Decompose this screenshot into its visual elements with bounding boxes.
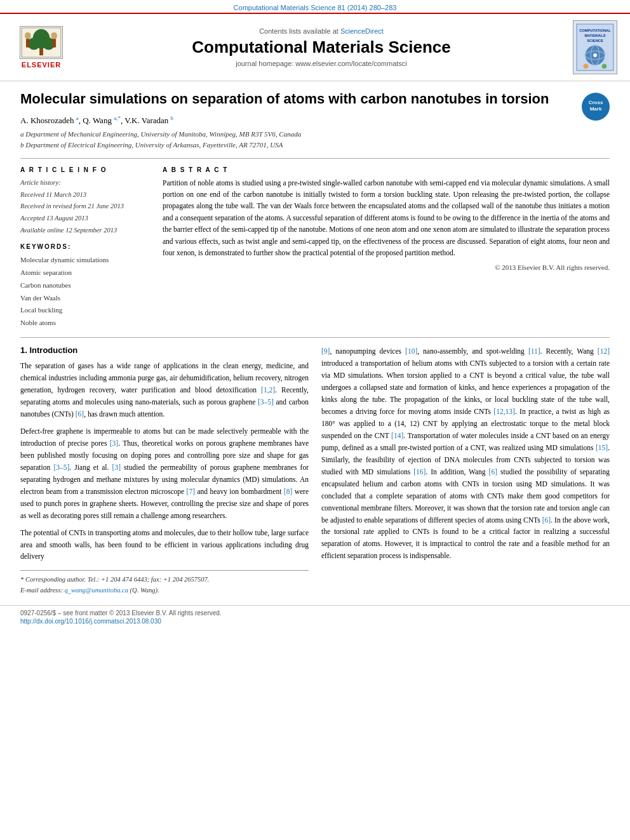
journal-homepage: journal homepage: www.elsevier.com/locat…: [80, 60, 563, 67]
email-link[interactable]: q_wang@umanitoba.ca: [65, 587, 128, 594]
journal-reference: Computational Materials Science 81 (2014…: [234, 4, 397, 11]
ref-6[interactable]: [6]: [76, 410, 84, 418]
abstract-header: A B S T R A C T: [163, 166, 610, 173]
bottom-bar: 0927-0256/$ – see front matter © 2013 El…: [0, 605, 630, 629]
svg-text:Cross: Cross: [589, 100, 603, 105]
ref-16[interactable]: [16]: [413, 468, 426, 476]
received-revised-date: Received in revised form 21 June 2013: [20, 201, 147, 213]
ref-3-5b[interactable]: [3–5]: [53, 463, 69, 471]
article-info-column: A R T I C L E I N F O Article history: R…: [20, 166, 147, 330]
elsevier-tree-image: [20, 26, 63, 59]
svg-rect-2: [39, 48, 43, 56]
issn-line: 0927-0256/$ – see front matter © 2013 El…: [20, 610, 610, 617]
svg-rect-9: [52, 39, 56, 47]
svg-text:SCIENCE: SCIENCE: [587, 39, 603, 43]
divider-2: [20, 337, 610, 338]
ref-1-2[interactable]: [1,2]: [261, 386, 275, 394]
intro-section-title: 1. Introduction: [20, 345, 309, 355]
right-column: [9], nanopumping devices [10], nano-asse…: [321, 345, 610, 596]
svg-point-20: [602, 63, 607, 69]
article-info-header: A R T I C L E I N F O: [20, 166, 147, 173]
affiliation-b: b Department of Electrical Engineering, …: [20, 140, 610, 150]
footnote-email: E-mail address: q_wang@umanitoba.ca (Q. …: [20, 585, 309, 596]
keyword-1: Molecular dynamic simulations: [20, 254, 147, 267]
footnote-corresponding: * Corresponding author. Tel.: +1 204 474…: [20, 575, 309, 585]
intro-title: Introduction: [29, 345, 77, 355]
science-direct-link: Contents lists available at ScienceDirec…: [80, 27, 563, 35]
journal-title: Computational Materials Science: [80, 37, 563, 57]
intro-para-2: Defect-free graphene is impermeable to a…: [20, 425, 309, 522]
svg-point-18: [593, 53, 597, 57]
ref-7[interactable]: [7]: [187, 488, 195, 495]
intro-para-1: The separation of gases has a wide range…: [20, 360, 309, 420]
ref-6b[interactable]: [6]: [489, 468, 497, 476]
keyword-6: Noble atoms: [20, 317, 147, 330]
crossmark-badge: Cross Mark: [582, 93, 610, 121]
svg-text:MATERIALS: MATERIALS: [584, 34, 605, 37]
article-title: Molecular simulations on separation of a…: [20, 90, 610, 109]
history-label: Article history:: [20, 177, 147, 189]
intro-body-text: The separation of gases has a wide range…: [20, 360, 309, 563]
keyword-4: Van der Waals: [20, 292, 147, 305]
keyword-2: Atomic separation: [20, 267, 147, 279]
keywords-section: Keywords: Molecular dynamic simulations …: [20, 243, 147, 330]
intro-para-3: The potential of CNTs in transporting at…: [20, 527, 309, 563]
divider-1: [20, 158, 610, 159]
article-info-abstract: A R T I C L E I N F O Article history: R…: [20, 166, 610, 330]
article-body: Cross Mark Molecular simulations on sepa…: [0, 81, 630, 605]
footnote-area: * Corresponding author. Tel.: +1 204 474…: [20, 570, 309, 596]
abstract-column: A B S T R A C T Partition of noble atoms…: [163, 166, 610, 330]
ref-3b[interactable]: [3]: [112, 463, 121, 471]
affiliation-a: a Department of Mechanical Engineering, …: [20, 130, 610, 139]
svg-point-8: [51, 32, 57, 40]
keywords-list: Molecular dynamic simulations Atomic sep…: [20, 254, 147, 330]
ref-14[interactable]: [14]: [391, 432, 403, 439]
svg-point-19: [584, 63, 589, 69]
crossmark-badge-container: Cross Mark: [582, 93, 610, 121]
authors-text: A. Khosrozadeh a, Q. Wang a,*, V.K. Vara…: [20, 116, 173, 125]
keyword-3: Carbon nanotubes: [20, 279, 147, 292]
journal-cover-image: COMPUTATIONAL MATERIALS SCIENCE: [573, 20, 617, 74]
ref-11[interactable]: [11]: [528, 347, 540, 355]
keywords-header: Keywords:: [20, 243, 147, 250]
accepted-date: Accepted 13 August 2013: [20, 213, 147, 225]
available-date: Available online 12 September 2013: [20, 225, 147, 237]
received-date: Received 11 March 2013: [20, 189, 147, 201]
left-column: 1. Introduction The separation of gases …: [20, 345, 309, 596]
authors-line: A. Khosrozadeh a, Q. Wang a,*, V.K. Vara…: [20, 115, 610, 126]
ref-12[interactable]: [12]: [598, 347, 610, 355]
right-para-1: [9], nanopumping devices [10], nano-asse…: [321, 345, 610, 562]
journal-ref-bar: Computational Materials Science 81 (2014…: [0, 0, 630, 13]
ref-6c[interactable]: [6]: [542, 516, 551, 524]
ref-15[interactable]: [15]: [596, 444, 608, 451]
abstract-text: Partition of noble atoms is studied usin…: [163, 177, 610, 259]
page-wrapper: Computational Materials Science 81 (2014…: [0, 0, 630, 629]
ref-3-5[interactable]: [3–5]: [258, 398, 274, 406]
elsevier-logo: ELSEVIER: [13, 26, 70, 69]
science-direct-anchor[interactable]: ScienceDirect: [340, 27, 384, 35]
journal-header: ELSEVIER Contents lists available at Sci…: [0, 13, 630, 81]
ref-8[interactable]: [8]: [284, 488, 292, 495]
svg-point-4: [28, 37, 40, 50]
doi-link[interactable]: http://dx.doi.org/10.1016/j.commatsci.20…: [20, 618, 610, 625]
keyword-5: Local buckling: [20, 304, 147, 317]
ref-9[interactable]: [9]: [321, 347, 330, 355]
intro-number: 1.: [20, 345, 27, 355]
journal-header-center: Contents lists available at ScienceDirec…: [80, 27, 563, 67]
main-body-columns: 1. Introduction The separation of gases …: [20, 345, 610, 596]
article-history: Article history: Received 11 March 2013 …: [20, 177, 147, 237]
svg-text:COMPUTATIONAL: COMPUTATIONAL: [579, 29, 611, 32]
svg-rect-7: [26, 39, 30, 47]
ref-12-13[interactable]: [12,13]: [493, 408, 515, 415]
ref-10[interactable]: [10]: [405, 347, 417, 355]
intro-body-text-right: [9], nanopumping devices [10], nano-asse…: [321, 345, 610, 562]
svg-text:Mark: Mark: [590, 106, 602, 112]
svg-point-6: [25, 32, 31, 40]
elsevier-wordmark: ELSEVIER: [22, 61, 61, 69]
copyright-line: © 2013 Elsevier B.V. All rights reserved…: [163, 263, 610, 271]
ref-3a[interactable]: [3]: [110, 439, 118, 447]
